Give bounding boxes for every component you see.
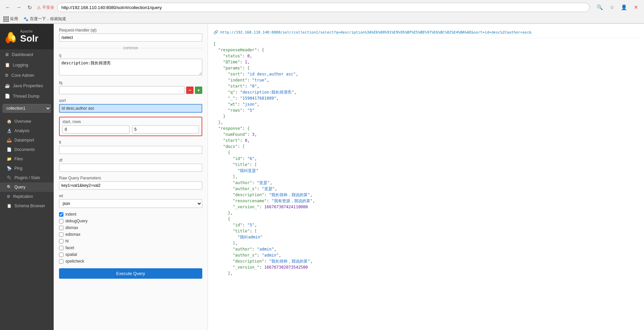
main-layout: Apache Solr 🖥 Dashboard 📋 Logging ⚙ Core… xyxy=(0,24,644,330)
spellcheck-row: spellcheck xyxy=(59,259,202,264)
collection-nav-ping[interactable]: 📡 Ping xyxy=(0,164,54,173)
raw-params-group: Raw Query Parameters xyxy=(59,176,202,189)
dataimport-icon: 📥 xyxy=(7,138,12,143)
search-icon-btn[interactable]: 🔍 xyxy=(595,3,604,12)
collection-nav-plugins-stats[interactable]: 🔌 Plugins / Stats xyxy=(0,173,54,182)
nav-item-core-admin[interactable]: ⚙ Core Admin xyxy=(0,70,54,80)
fl-input[interactable] xyxy=(59,146,202,154)
start-rows-group: start, rows xyxy=(59,117,202,136)
svg-point-4 xyxy=(12,35,15,41)
bookmark-star-icon[interactable]: ☆ xyxy=(607,3,616,12)
request-handler-input[interactable] xyxy=(59,34,202,42)
wt-select[interactable]: json xml csv javabin xyxy=(59,199,202,208)
nav-item-thread-dump[interactable]: 📄 Thread Dump xyxy=(0,91,54,101)
collection-nav-documents[interactable]: 📄 Documents xyxy=(0,145,54,154)
edismax-label: edismax xyxy=(65,232,80,237)
debug-row: debugQuery xyxy=(59,219,202,223)
collection-nav-query[interactable]: 🔍 Query xyxy=(0,182,54,192)
spellcheck-label: spellcheck xyxy=(65,259,84,264)
logo-solr-text: Solr xyxy=(20,33,38,44)
reload-button[interactable]: ↻ xyxy=(25,3,34,12)
forward-button[interactable]: → xyxy=(14,3,23,12)
spellcheck-checkbox[interactable] xyxy=(59,259,63,264)
fq-row: − + xyxy=(59,86,202,94)
hl-label: hl xyxy=(65,239,68,243)
indent-checkbox[interactable] xyxy=(59,212,63,217)
facet-checkbox[interactable] xyxy=(59,246,63,250)
close-icon[interactable]: ✕ xyxy=(631,3,641,12)
fq-label: fq xyxy=(59,80,202,85)
baidu-label: 百度一下，你就知道 xyxy=(30,16,66,22)
start-rows-label: start, rows xyxy=(62,119,199,124)
baidu-bookmark[interactable]: 🐾 百度一下，你就知道 xyxy=(23,16,66,22)
collection-nav-replication[interactable]: ⚙ Replication xyxy=(0,192,54,201)
fq-add-button[interactable]: + xyxy=(195,87,202,94)
schema-icon: 📋 xyxy=(7,204,12,208)
q-group: q description:我长得漂亮 xyxy=(59,53,202,76)
execute-query-button[interactable]: Execute Query xyxy=(59,268,202,279)
collection-nav-schema-browser[interactable]: 📋 Schema Browser xyxy=(0,201,54,211)
content-area: Request-Handler (qt) common q descriptio… xyxy=(54,24,644,330)
q-input[interactable]: description:我长得漂亮 xyxy=(59,59,202,75)
collection-nav-dataimport[interactable]: 📥 Dataimport xyxy=(0,135,54,145)
fl-label: fl xyxy=(59,140,202,145)
raw-params-label: Raw Query Parameters xyxy=(59,176,202,180)
query-icon: 🔍 xyxy=(7,185,12,189)
common-section: common xyxy=(59,46,202,50)
nav-item-logging[interactable]: 📋 Logging xyxy=(0,60,54,70)
back-button[interactable]: ← xyxy=(3,3,13,12)
fq-group: fq − + xyxy=(59,80,202,94)
logo-apache-text: Apache xyxy=(20,29,38,33)
overview-icon: 🏠 xyxy=(7,119,12,124)
df-label: df xyxy=(59,158,202,163)
df-input[interactable] xyxy=(59,164,202,172)
sidebar: Apache Solr 🖥 Dashboard 📋 Logging ⚙ Core… xyxy=(0,24,54,330)
indent-label: indent xyxy=(65,212,76,217)
user-icon[interactable]: 👤 xyxy=(619,3,629,12)
edismax-checkbox[interactable] xyxy=(59,232,63,237)
apps-bookmark[interactable]: 应用 xyxy=(3,16,18,22)
nav-item-dashboard[interactable]: 🖥 Dashboard xyxy=(0,49,54,60)
dismax-checkbox[interactable] xyxy=(59,226,63,230)
fq-input[interactable] xyxy=(59,86,185,94)
thread-dump-icon: 📄 xyxy=(5,94,10,99)
browser-chrome: ← → ↻ ⚠ 不安全 🔍 ☆ 👤 ✕ xyxy=(0,0,644,24)
facet-label: facet xyxy=(65,245,74,250)
collection-nav-analysis[interactable]: 🔬 Analysis xyxy=(0,126,54,135)
security-text: 不安全 xyxy=(42,5,54,10)
collection-nav-files[interactable]: 📁 Files xyxy=(0,154,54,164)
spatial-label: spatial xyxy=(65,252,77,257)
documents-icon: 📄 xyxy=(7,147,12,152)
sort-input[interactable] xyxy=(59,104,202,113)
request-handler-group: Request-Handler (qt) xyxy=(59,28,202,42)
edismax-row: edismax xyxy=(59,232,202,237)
result-url-text: http://192.168.110.140:8080/solr/collect… xyxy=(220,30,531,35)
rows-input[interactable] xyxy=(132,125,199,133)
df-group: df xyxy=(59,158,202,172)
json-result: { "responseHeader": { "status": 0, "QTim… xyxy=(213,41,639,276)
sort-label: sort xyxy=(59,98,202,103)
nav-item-java-properties[interactable]: ☕ Java Properties xyxy=(0,80,54,91)
common-label: common xyxy=(59,46,202,50)
q-label: q xyxy=(59,53,202,58)
collection-selector: collection1 xyxy=(3,104,51,113)
logging-icon: 📋 xyxy=(5,62,10,67)
debug-checkbox[interactable] xyxy=(59,219,63,223)
fq-remove-button[interactable]: − xyxy=(186,87,194,94)
address-bar[interactable] xyxy=(57,3,590,12)
spatial-checkbox[interactable] xyxy=(59,253,63,257)
query-results: 🔗 http://192.168.110.140:8080/solr/colle… xyxy=(208,24,644,330)
query-panel: Request-Handler (qt) common q descriptio… xyxy=(54,24,644,330)
hl-checkbox[interactable] xyxy=(59,239,63,243)
hl-row: hl xyxy=(59,239,202,243)
security-indicator: ⚠ 不安全 xyxy=(37,5,54,10)
bookmarks-bar: 应用 🐾 百度一下，你就知道 xyxy=(0,15,644,23)
collection-select[interactable]: collection1 xyxy=(3,104,51,113)
collection-nav-overview[interactable]: 🏠 Overview xyxy=(0,117,54,126)
dismax-label: dismax xyxy=(65,225,78,230)
start-input[interactable] xyxy=(62,125,129,133)
raw-params-input[interactable] xyxy=(59,181,202,189)
apps-grid-icon xyxy=(3,16,9,22)
analysis-icon: 🔬 xyxy=(7,128,12,133)
result-url-bar: 🔗 http://192.168.110.140:8080/solr/colle… xyxy=(213,28,639,38)
